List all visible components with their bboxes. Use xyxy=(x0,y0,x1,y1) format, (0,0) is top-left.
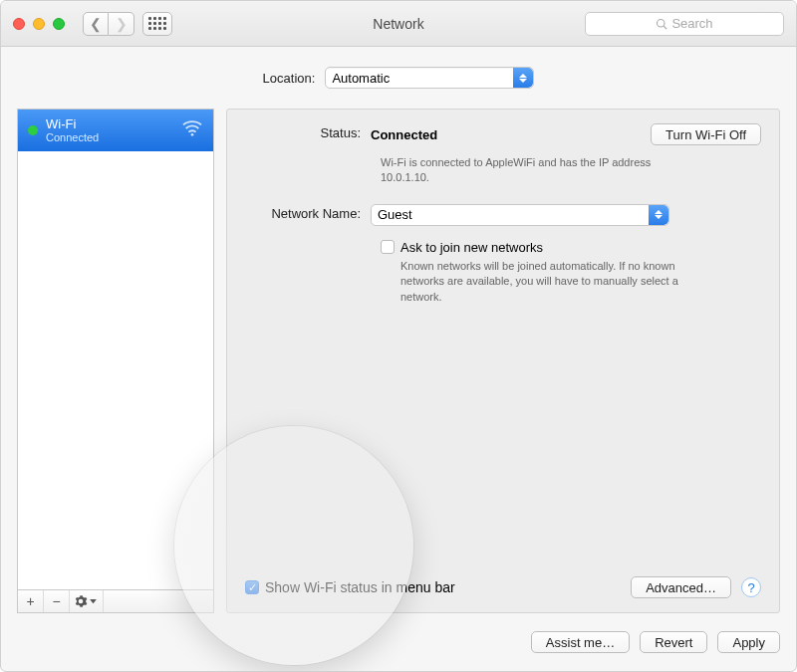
ask-join-hint: Known networks will be joined automatica… xyxy=(400,259,689,305)
status-description: Wi-Fi is connected to AppleWiFi and has … xyxy=(381,155,679,186)
connection-status: Connected xyxy=(46,131,99,143)
assist-me-button[interactable]: Assist me… xyxy=(531,631,630,653)
revert-button[interactable]: Revert xyxy=(640,631,707,653)
location-label: Location: xyxy=(263,71,316,86)
show-menu-label: Show Wi-Fi status in menu bar xyxy=(265,579,455,595)
advanced-button[interactable]: Advanced… xyxy=(631,576,731,598)
connection-name: Wi-Fi xyxy=(46,117,99,131)
add-connection-button[interactable]: + xyxy=(18,590,44,612)
nav-buttons: ❮ ❯ xyxy=(83,12,134,36)
minimize-icon[interactable] xyxy=(33,18,45,30)
chevron-down-icon xyxy=(90,599,97,604)
location-select[interactable]: Automatic xyxy=(325,67,534,89)
back-button[interactable]: ❮ xyxy=(83,12,109,36)
ask-join-checkbox[interactable] xyxy=(381,240,395,254)
content-area: Wi-Fi Connected + − xyxy=(17,109,780,613)
forward-button: ❯ xyxy=(109,12,134,36)
wifi-icon xyxy=(181,119,203,137)
sidebar-item-wifi[interactable]: Wi-Fi Connected xyxy=(18,110,213,151)
location-row: Location: Automatic xyxy=(1,67,796,89)
connection-sidebar: Wi-Fi Connected + − xyxy=(17,109,214,613)
connection-list: Wi-Fi Connected xyxy=(17,109,214,589)
show-menu-row[interactable]: ✓ Show Wi-Fi status in menu bar xyxy=(245,579,455,595)
ask-join-label: Ask to join new networks xyxy=(400,240,543,255)
network-name-row: Network Name: Guest xyxy=(245,204,761,226)
search-input[interactable]: Search xyxy=(585,12,784,36)
gear-icon xyxy=(74,594,88,608)
status-row: Status: Connected Turn Wi-Fi Off xyxy=(245,123,761,145)
search-placeholder: Search xyxy=(671,16,712,31)
ask-join-row[interactable]: Ask to join new networks xyxy=(381,240,761,255)
connection-action-menu[interactable] xyxy=(70,590,104,612)
status-value: Connected xyxy=(371,127,437,142)
detail-bottom-row: ✓ Show Wi-Fi status in menu bar Advanced… xyxy=(245,576,761,598)
show-all-button[interactable] xyxy=(142,12,172,36)
svg-point-0 xyxy=(658,19,665,27)
turn-wifi-off-button[interactable]: Turn Wi-Fi Off xyxy=(651,123,761,145)
network-name-value: Guest xyxy=(378,207,412,222)
grid-icon xyxy=(148,17,166,30)
zoom-icon[interactable] xyxy=(53,18,65,30)
close-icon[interactable] xyxy=(13,18,25,30)
apply-button[interactable]: Apply xyxy=(717,631,780,653)
titlebar: ❮ ❯ Network Search xyxy=(1,1,796,47)
help-button[interactable]: ? xyxy=(741,577,761,597)
chevron-updown-icon xyxy=(649,205,668,225)
footer-buttons: Assist me… Revert Apply xyxy=(531,631,780,653)
status-dot-icon xyxy=(28,125,38,135)
network-name-label: Network Name: xyxy=(245,204,371,221)
svg-point-2 xyxy=(191,133,194,136)
window-controls xyxy=(13,18,65,30)
show-menu-checkbox[interactable]: ✓ xyxy=(245,580,259,594)
chevron-updown-icon xyxy=(513,68,533,88)
toolbar-spacer xyxy=(104,590,213,612)
status-label: Status: xyxy=(245,123,371,140)
svg-line-1 xyxy=(664,26,667,29)
detail-panel: Status: Connected Turn Wi-Fi Off Wi-Fi i… xyxy=(226,109,780,613)
network-name-select[interactable]: Guest xyxy=(371,204,669,226)
search-icon xyxy=(656,18,667,30)
remove-connection-button[interactable]: − xyxy=(44,590,70,612)
location-value: Automatic xyxy=(332,71,390,86)
network-prefs-window: ❮ ❯ Network Search Location: Automatic xyxy=(0,0,797,672)
sidebar-toolbar: + − xyxy=(17,589,214,613)
